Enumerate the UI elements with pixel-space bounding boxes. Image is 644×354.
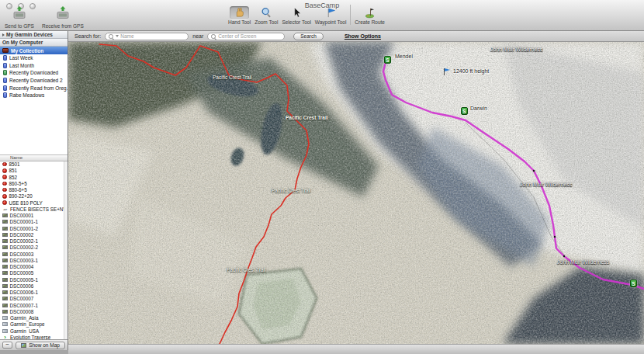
item-type-icon — [2, 297, 8, 300]
list-item[interactable]: DSC00005 — [0, 270, 68, 276]
waypoint-tool-button[interactable]: Waypoint Tool — [315, 6, 346, 25]
list-item[interactable]: DSC00002-1 — [0, 238, 68, 245]
hand-tool-button[interactable]: Hand Tool — [228, 6, 251, 25]
list-item[interactable]: Garmin_USA — [0, 328, 68, 334]
satellite-terrain[interactable] — [68, 42, 644, 344]
library-item-label: Recently Read from Oreg... — [9, 85, 68, 91]
library-list-item[interactable]: Recently Downloaded 2 — [0, 77, 68, 85]
list-item[interactable]: 851 — [0, 168, 68, 174]
list-item[interactable]: DSC00007-1 — [0, 302, 68, 308]
receive-from-gps-button[interactable]: Receive from GPS — [42, 6, 84, 29]
list-item[interactable]: DSC00008 — [0, 308, 68, 314]
trail-name-label: Pacific Crest Trail — [213, 75, 252, 80]
item-label: DSC00006 — [10, 283, 34, 289]
item-label: DSC00005-1 — [10, 277, 38, 283]
window-bottom-edge — [68, 344, 644, 354]
list-item[interactable]: DSC00006 — [0, 283, 68, 289]
disclosure-triangle-icon[interactable] — [2, 33, 5, 36]
item-type-icon — [2, 284, 8, 288]
route-point[interactable] — [563, 255, 565, 257]
search-icon — [109, 33, 114, 39]
library-list-item[interactable]: Recently Read from Oreg... — [0, 84, 68, 92]
list-item[interactable]: DSC00002-2 — [0, 245, 68, 251]
show-options-link[interactable]: Show Options — [345, 33, 381, 39]
library-list-item[interactable]: Last Week — [0, 54, 68, 62]
titlebar-toolbar: BaseCamp Send to GPS Receive from GPS — [0, 0, 644, 31]
list-item[interactable]: DSC00004 — [0, 264, 68, 270]
route-point[interactable] — [554, 236, 556, 238]
send-to-gps-button[interactable]: Send to GPS — [5, 6, 34, 29]
item-label: DSC00003-1 — [10, 258, 38, 263]
library-list-item[interactable]: Recently Downloaded — [0, 69, 68, 77]
route-point[interactable] — [533, 170, 535, 172]
sidebar-header-garmin-devices[interactable]: My Garmin Devices — [0, 31, 68, 39]
name-column-header[interactable]: Name — [0, 154, 68, 161]
library-list: Last Week Last Month Recently Downloaded… — [0, 54, 68, 99]
sidebar-empty-area — [0, 99, 68, 154]
item-label: DSC00007-1 — [10, 303, 38, 308]
list-item[interactable]: 890-22+20 — [0, 193, 68, 200]
summit-waypoint-marker-southeast[interactable] — [630, 279, 637, 287]
waypoint-label-height: 12400 ft height — [453, 68, 489, 74]
list-item[interactable]: Garmin_Europe — [0, 321, 68, 328]
cursor-arrow-icon — [287, 6, 306, 19]
search-button[interactable]: Search — [293, 33, 324, 40]
list-item[interactable]: DSC00003-1 — [0, 257, 68, 263]
search-name-field[interactable] — [105, 33, 189, 40]
library-item-label: Recently Downloaded — [9, 70, 58, 75]
list-item[interactable]: 8501 — [0, 161, 68, 168]
list-item[interactable]: 880-6+5 — [0, 187, 68, 193]
list-folder-icon — [3, 78, 7, 83]
list-item[interactable]: USE 810 POLY — [0, 200, 68, 206]
show-on-map-button[interactable]: Show on Map — [16, 342, 65, 349]
item-type-icon — [2, 322, 8, 326]
item-type-icon — [2, 233, 8, 237]
item-type-icon — [2, 175, 7, 179]
map-thumbnail-icon — [21, 343, 26, 348]
list-item[interactable]: DSC00001-2 — [0, 225, 68, 231]
blue-flag-waypoint-marker[interactable] — [443, 68, 451, 76]
list-item[interactable]: DSC00005-1 — [0, 276, 68, 283]
library-item-label: Recently Downloaded 2 — [9, 78, 63, 83]
wilderness-area-label: John Muir Wilderness — [490, 47, 542, 52]
list-item[interactable]: DSC00001-1 — [0, 219, 68, 225]
item-label: DSC00001 — [10, 213, 34, 218]
library-list-item[interactable]: Last Month — [0, 62, 68, 70]
magnifier-icon — [257, 6, 276, 19]
item-type-icon — [2, 194, 7, 199]
list-item[interactable]: Garmin_Asia — [0, 315, 68, 321]
blue-flag-icon — [321, 6, 341, 19]
item-label: DSC00006-1 — [10, 290, 38, 295]
list-item[interactable]: DSC00002 — [0, 231, 68, 238]
wilderness-area-label: John Muir Wilderness — [520, 182, 572, 187]
create-route-button[interactable]: Create Route — [355, 6, 385, 25]
item-label: FENCE BISECTS SE+NW — [10, 206, 68, 212]
remove-item-button[interactable]: − — [2, 342, 12, 349]
list-item[interactable]: FENCE BISECTS SE+NW — [0, 206, 68, 212]
zoom-tool-label: Zoom Tool — [254, 19, 278, 25]
list-item[interactable]: DSC00001 — [0, 213, 68, 219]
on-my-computer-label: On My Computer — [2, 40, 43, 45]
search-name-input[interactable] — [120, 33, 185, 39]
library-list-item[interactable]: Rabe Meadows — [0, 92, 68, 99]
item-label: DSC00005 — [10, 270, 34, 276]
waypoint-label-mendel: Mendel — [395, 54, 413, 59]
list-item[interactable]: 852 — [0, 174, 68, 180]
item-type-icon — [2, 227, 8, 231]
search-near-field[interactable] — [207, 33, 285, 40]
search-near-input[interactable] — [218, 33, 281, 39]
list-item[interactable]: DSC00003 — [0, 251, 68, 257]
near-label: near — [192, 33, 203, 39]
sidebar-header-on-my-computer[interactable]: On My Computer — [0, 39, 68, 47]
sidebar-item-my-collection[interactable]: My Collection — [0, 47, 68, 54]
selector-tool-button[interactable]: Selector Tool — [282, 6, 310, 25]
summit-waypoint-marker-mendel[interactable] — [384, 56, 391, 64]
list-item[interactable]: 860-5+5 — [0, 180, 68, 186]
map-canvas[interactable]: Mendel 12400 ft height Darwin John Muir … — [68, 42, 644, 344]
summit-waypoint-marker-darwin[interactable] — [461, 107, 468, 115]
list-item[interactable]: DSC00006-1 — [0, 290, 68, 296]
sidebar-scrollbar[interactable] — [64, 161, 68, 341]
zoom-tool-button[interactable]: Zoom Tool — [254, 6, 278, 25]
toolbar-separator — [350, 5, 351, 25]
list-item[interactable]: DSC00007 — [0, 296, 68, 302]
